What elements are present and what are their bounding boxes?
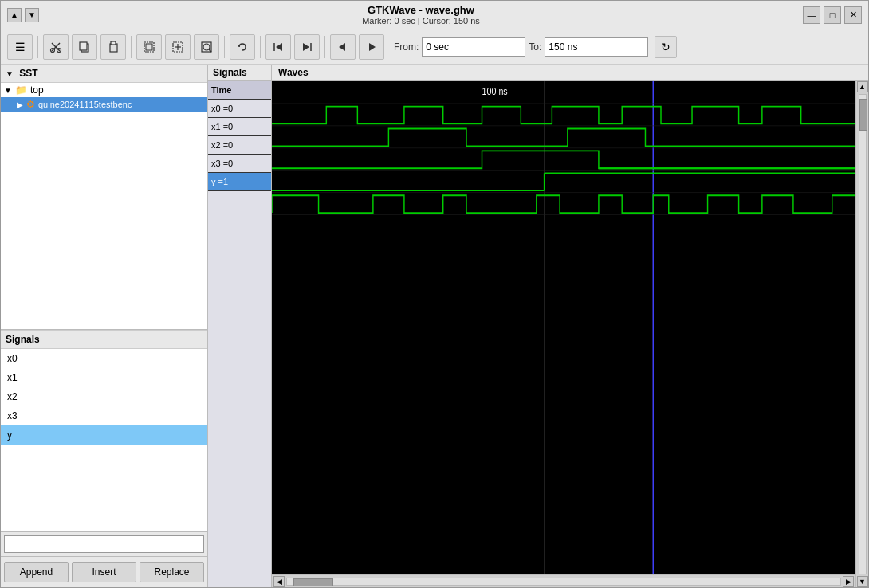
toolbar-separator-5 xyxy=(324,36,325,58)
window-title: GTKWave - wave.ghw xyxy=(39,4,803,16)
minimize-button[interactable]: — xyxy=(803,6,820,24)
svg-point-14 xyxy=(203,44,210,50)
search-bar: 🔍 xyxy=(1,531,207,556)
cut-icon xyxy=(49,41,62,53)
v-scroll-down-btn[interactable]: ▼ xyxy=(857,576,868,587)
search-input[interactable] xyxy=(4,535,204,553)
tree-item-top[interactable]: ▼ 📁 top xyxy=(1,83,207,97)
signal-item-y[interactable]: y xyxy=(1,425,207,445)
main-window: ▲ ▼ GTKWave - wave.ghw Marker: 0 sec | C… xyxy=(0,0,869,588)
insert-button[interactable]: Insert xyxy=(72,562,136,582)
next-button[interactable] xyxy=(359,34,384,60)
zoom-fit-icon xyxy=(171,41,184,53)
tree-item-quine[interactable]: ▶ ⚙ quine20241115testbenc xyxy=(1,97,207,112)
toolbar: ☰ xyxy=(1,29,868,65)
signals-col-header: Signals xyxy=(208,65,272,80)
left-panel: ▼ SST ▼ 📁 top ▶ ⚙ quine20241115testbenc … xyxy=(1,65,208,587)
replace-button[interactable]: Replace xyxy=(140,562,204,582)
from-label: From: xyxy=(394,41,419,53)
x2-wave xyxy=(272,151,855,168)
action-buttons: Append Insert Replace xyxy=(1,556,207,587)
time-row: Time xyxy=(208,81,271,100)
timeline-100ns-label: 100 ns xyxy=(482,85,508,97)
wave-svg: 100 ns xyxy=(272,81,855,574)
signal-item-x3[interactable]: x3 xyxy=(1,406,207,425)
toolbar-separator-4 xyxy=(260,36,261,58)
cut-button[interactable] xyxy=(43,34,69,60)
waves-col-header: Waves xyxy=(272,65,868,80)
svg-marker-18 xyxy=(276,43,282,51)
wave-signal-x1: x1 =0 xyxy=(208,118,271,136)
sst-header: ▼ SST xyxy=(1,65,207,83)
h-scroll-left-btn[interactable]: ◀ xyxy=(273,576,285,587)
signals-header: Signals xyxy=(1,330,207,349)
to-input[interactable] xyxy=(545,37,648,57)
sst-collapse-arrow[interactable]: ▼ xyxy=(6,69,14,78)
h-scroll-right-btn[interactable]: ▶ xyxy=(843,576,854,587)
arrow-icon-quine: ▶ xyxy=(17,100,23,109)
wave-display[interactable]: 100 ns xyxy=(272,81,855,574)
signal-item-x2[interactable]: x2 xyxy=(1,387,207,406)
tree-label-top: top xyxy=(30,84,44,96)
zoom-fit-button[interactable] xyxy=(165,34,191,60)
v-scroll-track[interactable] xyxy=(859,94,867,574)
svg-rect-7 xyxy=(111,41,116,45)
undo-button[interactable] xyxy=(230,34,255,60)
signal-item-x0[interactable]: x0 xyxy=(1,349,207,368)
prev-button[interactable] xyxy=(330,34,356,60)
svg-rect-9 xyxy=(146,44,152,50)
wave-signal-y: y =1 xyxy=(208,173,271,191)
select-all-icon xyxy=(143,41,155,53)
titlebar-down-btn[interactable]: ▼ xyxy=(25,8,39,22)
svg-marker-20 xyxy=(303,43,309,51)
wave-area: Time x0 =0 x1 =0 x2 =0 x3 =0 y =1 100 ns xyxy=(208,81,868,587)
from-input[interactable] xyxy=(422,37,525,57)
v-scroll-thumb[interactable] xyxy=(859,99,867,131)
prev-icon xyxy=(336,41,349,53)
main-content: ▼ SST ▼ 📁 top ▶ ⚙ quine20241115testbenc … xyxy=(1,65,868,587)
append-button[interactable]: Append xyxy=(4,562,69,582)
signal-item-x1[interactable]: x1 xyxy=(1,368,207,387)
toolbar-separator-1 xyxy=(37,36,38,58)
hamburger-menu-button[interactable]: ☰ xyxy=(7,34,33,60)
titlebar: ▲ ▼ GTKWave - wave.ghw Marker: 0 sec | C… xyxy=(1,1,868,29)
signals-list[interactable]: x0 x1 x2 x3 y xyxy=(1,349,207,531)
right-panel: Signals Waves Time x0 =0 x1 =0 x2 =0 x3 … xyxy=(208,65,868,587)
reload-button[interactable]: ↻ xyxy=(655,36,677,58)
last-button[interactable] xyxy=(294,34,320,60)
v-scroll-up-btn[interactable]: ▲ xyxy=(857,81,868,92)
to-label: To: xyxy=(529,41,541,53)
zoom-range-button[interactable] xyxy=(194,34,219,60)
select-all-button[interactable] xyxy=(136,34,162,60)
last-icon xyxy=(301,41,313,53)
titlebar-left: ▲ ▼ xyxy=(7,8,39,22)
copy-icon xyxy=(78,41,91,53)
maximize-button[interactable]: □ xyxy=(824,6,841,24)
paste-icon xyxy=(107,41,120,53)
h-scroll-thumb[interactable] xyxy=(293,578,333,586)
undo-icon xyxy=(236,41,249,53)
titlebar-up-btn[interactable]: ▲ xyxy=(7,8,22,22)
from-to-controls: From: To: ↻ xyxy=(394,36,677,58)
wave-signal-x3: x3 =0 xyxy=(208,155,271,173)
wave-display-container: 100 ns xyxy=(272,81,855,587)
first-button[interactable] xyxy=(265,34,291,60)
svg-marker-16 xyxy=(238,45,241,47)
y-wave xyxy=(272,195,855,213)
titlebar-controls: — □ ✕ xyxy=(803,6,862,24)
toolbar-separator-2 xyxy=(131,36,132,58)
svg-marker-22 xyxy=(369,43,376,51)
svg-rect-5 xyxy=(80,42,87,50)
v-scrollbar[interactable]: ▲ ▼ xyxy=(855,81,868,587)
copy-button[interactable] xyxy=(72,34,97,60)
sst-label: SST xyxy=(19,68,37,79)
wave-signal-x2: x2 =0 xyxy=(208,136,271,155)
sst-tree[interactable]: ▼ 📁 top ▶ ⚙ quine20241115testbenc xyxy=(1,83,207,330)
next-icon xyxy=(365,41,378,53)
h-scroll-track[interactable] xyxy=(286,578,841,586)
paste-button[interactable] xyxy=(100,34,126,60)
close-button[interactable]: ✕ xyxy=(844,6,862,24)
search-wrapper: 🔍 xyxy=(4,535,204,553)
h-scrollbar[interactable]: ◀ ▶ xyxy=(272,574,855,587)
tree-label-quine: quine20241115testbenc xyxy=(38,100,132,109)
